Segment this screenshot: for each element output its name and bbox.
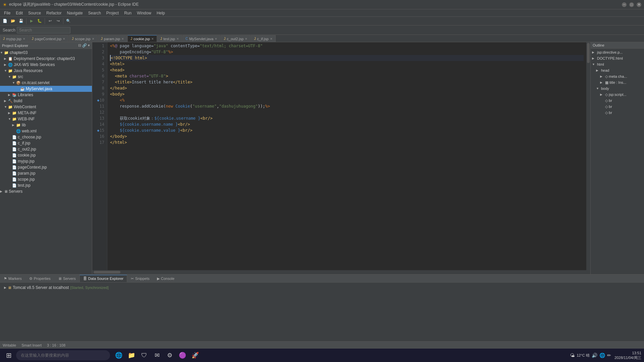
menu-item-search[interactable]: Search [86,10,104,16]
start-button[interactable]: ⊞ [3,349,15,361]
taskbar-search-input[interactable] [16,350,110,360]
outline-item---br[interactable]: ◇ br [591,110,644,116]
tab-close[interactable]: ✕ [215,37,217,41]
bottom-tab-servers[interactable]: 🖥Servers [54,275,79,282]
new-button[interactable]: 📄 [1,17,9,25]
tree-item-c-out2-jsp[interactable]: 📄c_out2.jsp [0,146,92,152]
tree-item-build[interactable]: ▶🔨build [0,98,92,104]
tab-close[interactable]: ✕ [151,37,154,41]
horizontal-scrollbar[interactable] [92,270,590,274]
volume-icon[interactable]: 🔊 [592,353,597,358]
outline-item---br[interactable]: ◇ br [591,98,644,104]
tree-item-cn-itcast-servlet[interactable]: ▼📦cn.itcast.servlet [0,80,92,86]
tree-item-meta-inf[interactable]: ▶📁META-INF [0,110,92,116]
panel-menu-button[interactable]: ▾ [88,43,90,48]
file-tab-myjsp-jsp[interactable]: Jmyjsp.jsp✕ [0,35,29,42]
tree-item-myservlet-java[interactable]: ☕MyServlet.java [0,86,92,92]
outline-item---br[interactable]: ◇ br [591,104,644,110]
scroll-thumb[interactable] [587,43,590,63]
file-tab-pageContext-jsp[interactable]: JpageContext.jsp✕ [29,35,69,42]
taskbar-app2-icon[interactable]: 🚀 [189,349,201,361]
tree-item-libraries[interactable]: ▶📚Libraries [0,92,92,98]
file-tab-param-jsp[interactable]: Jparam.jsp✕ [98,35,127,42]
taskbar-mail-icon[interactable]: ✉ [151,349,163,361]
tree-item-java-resources[interactable]: ▼📁Java Resources [0,68,92,74]
menu-item-window[interactable]: Window [134,10,154,16]
tree-item-web-inf[interactable]: ▼📁WEB-INF [0,116,92,122]
file-tab-test-jsp[interactable]: Jtest.jsp✕ [157,35,182,42]
bottom-tab-snippets[interactable]: ✂Snippets [127,275,153,282]
tree-item-src[interactable]: ▼📁src [0,74,92,80]
tab-close[interactable]: ✕ [121,37,124,41]
tab-close[interactable]: ✕ [245,37,248,41]
taskbar-settings-icon[interactable]: ⚙ [164,349,176,361]
search-input[interactable] [17,27,70,34]
tab-close[interactable]: ✕ [23,37,25,41]
outline-item---jsp-script---[interactable]: ▶◇ jsp:script... [591,92,644,98]
tree-item-c-if-jsp[interactable]: 📄c_if.jsp [0,140,92,146]
taskbar-app1-icon[interactable]: 🟣 [176,349,189,361]
tab-close[interactable]: ✕ [92,37,95,41]
network-icon[interactable]: 🌐 [599,353,605,358]
menu-item-refactor[interactable]: Refactor [44,10,64,16]
minimize-button[interactable]: ─ [622,2,627,7]
menu-item-project[interactable]: Project [104,10,121,16]
open-button[interactable]: 📂 [9,17,17,25]
bottom-tab-console[interactable]: ▶Console [153,275,178,282]
tree-item-scope-jsp[interactable]: 📄scope.jsp [0,176,92,182]
outline-item---meta-cha---[interactable]: ▶◇ meta cha... [591,73,644,79]
bottom-tab-properties[interactable]: ⚙Properties [25,275,54,282]
file-tab-cookie-jsp[interactable]: Jcookie.jsp✕ [127,35,157,42]
tree-item-servers[interactable]: ▶🖥Servers [0,188,92,194]
menu-item-source[interactable]: Source [25,10,44,16]
maximize-button[interactable]: □ [629,2,634,7]
link-with-editor-button[interactable]: 🔗 [82,43,87,48]
file-tab-c_if-jsp[interactable]: Jc_if.jsp✕ [251,35,275,42]
taskbar-explorer-icon[interactable]: 📁 [125,349,138,361]
taskbar-security-icon[interactable]: 🛡 [138,349,150,361]
taskbar-browser-icon[interactable]: 🌐 [113,349,125,361]
file-tab-c_out2-jsp[interactable]: Jc_out2.jsp✕ [221,35,251,42]
outline-item-doctype-html[interactable]: ▶DOCTYPE:html [591,55,644,61]
outline-item---title---ins---[interactable]: ▶▦ title : Ins... [591,79,644,85]
save-button[interactable]: 💾 [17,17,25,25]
menu-item-run[interactable]: Run [121,10,134,16]
code-editor[interactable]: 123456789◆1011121314◆151617 <%@ page lan… [92,42,590,270]
search-button[interactable]: 🔍 [65,17,72,25]
undo-button[interactable]: ↩ [46,17,54,25]
outline-item-body[interactable]: ▼body [591,85,644,92]
hscroll-thumb[interactable] [94,271,120,274]
tree-item-deployment-descriptor--chapter03[interactable]: ▶📋Deployment Descriptor: chapter03 [0,56,92,62]
tree-item-web-xml[interactable]: 🌐web.xml [0,128,92,134]
tree-item-param-jsp[interactable]: 📄param.jsp [0,170,92,176]
code-content[interactable]: <%@ page language="java" contentType="te… [107,42,586,270]
pen-icon[interactable]: ✏ [607,353,611,358]
debug-button[interactable]: 🐛 [36,17,43,25]
tree-item-chapter03[interactable]: ▼📁chapter03 [0,50,92,56]
file-tab-scope-jsp[interactable]: Jscope.jsp✕ [69,35,97,42]
tab-close[interactable]: ✕ [270,37,273,41]
tree-item-c-choose-jsp[interactable]: 📄c_choose.jsp [0,134,92,140]
outline-item-html[interactable]: ▼html [591,61,644,67]
tab-close[interactable]: ✕ [176,37,179,41]
menu-item-edit[interactable]: Edit [13,10,25,16]
outline-item-head[interactable]: ▶head [591,67,644,73]
close-button[interactable]: ✕ [637,2,641,7]
tree-item-jax-ws-web-services[interactable]: ▶🌐JAX-WS Web Services [0,62,92,68]
run-button[interactable]: ▶ [28,17,35,25]
bottom-tab-data-source-explorer[interactable]: 🗄Data Source Explorer [79,275,127,282]
tree-item-test-jsp[interactable]: 📄test.jsp [0,182,92,188]
tab-close[interactable]: ✕ [63,37,65,41]
menu-item-help[interactable]: Help [154,10,168,16]
tree-item-cookie-jsp[interactable]: 📄cookie.jsp [0,152,92,158]
bottom-tab-markers[interactable]: ⚑Markers [0,275,25,282]
menu-item-navigate[interactable]: Navigate [64,10,85,16]
tree-item-pagecontext-jsp[interactable]: 📄pageContext.jsp [0,164,92,170]
menu-item-file[interactable]: File [1,10,13,16]
vertical-scrollbar[interactable] [586,42,590,270]
file-tab-MyServlet-java[interactable]: CMyServlet.java✕ [182,35,220,42]
outline-item-jsp-directive-p---[interactable]: ▶jsp:directive.p... [591,49,644,55]
tree-item-lib[interactable]: ▶📁lib [0,122,92,128]
tree-item-myjsp-jsp[interactable]: 📄myjsp.jsp [0,158,92,164]
redo-button[interactable]: ↪ [54,17,62,25]
